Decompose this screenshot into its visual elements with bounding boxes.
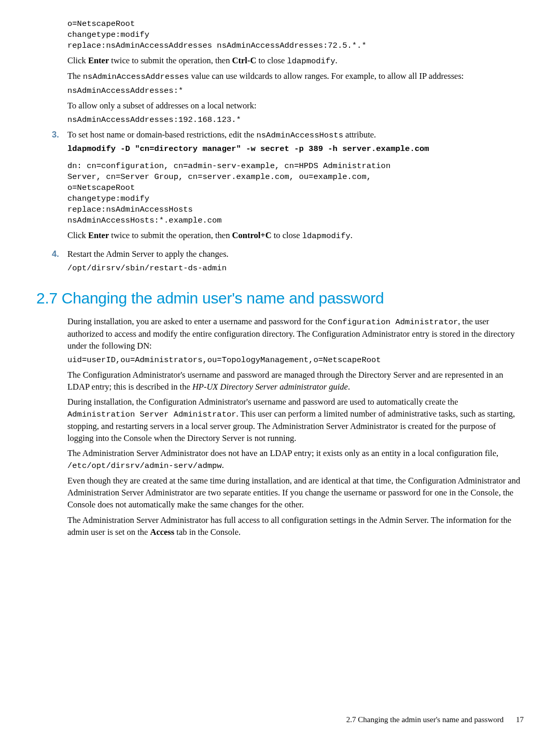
footer-page-number: 17: [516, 715, 524, 724]
body-para-4: The Administration Server Administrator …: [67, 447, 524, 472]
text-subset-note: To allow only a subset of addresses on a…: [67, 100, 524, 112]
footer-section-title: 2.7 Changing the admin user's name and p…: [346, 715, 503, 724]
body-para-3: During installation, the Configuration A…: [67, 396, 524, 444]
body-para-1: During installation, you are asked to en…: [67, 315, 524, 352]
step-4: 4. Restart the Admin Server to apply the…: [52, 248, 524, 277]
step-4-number: 4.: [52, 248, 67, 277]
text-click-enter-control-c: Click Enter twice to submit the operatio…: [67, 229, 524, 242]
code-block-netscape: o=NetscapeRoot changetype:modify replace…: [67, 19, 524, 51]
text-wildcards-note: The nsAdminAccessAddresses value can use…: [67, 70, 524, 82]
code-wildcard-subset: nsAdminAccessAddresses:192.168.123.*: [67, 115, 524, 126]
step-4-text: Restart the Admin Server to apply the ch…: [67, 248, 524, 260]
step-3-number: 3.: [52, 129, 67, 245]
code-uid-dn: uid=userID,ou=Administrators,ou=Topology…: [67, 355, 524, 366]
code-ldapmodify-cmd: ldapmodify -D "cn=directory manager" -w …: [67, 144, 524, 155]
step-3-text: To set host name or domain-based restric…: [67, 129, 524, 141]
section-heading-2-7: 2.7 Changing the admin user's name and p…: [36, 287, 524, 309]
code-wildcard-all: nsAdminAccessAddresses:*: [67, 86, 524, 96]
step-3: 3. To set host name or domain-based rest…: [52, 129, 524, 245]
code-restart-admin: /opt/dirsrv/sbin/restart-ds-admin: [67, 263, 524, 274]
body-para-2: The Configuration Administrator's userna…: [67, 369, 524, 393]
code-ldapmodify-body: dn: cn=configuration, cn=admin-serv-exam…: [67, 161, 524, 226]
body-para-5: Even though they are created at the same…: [67, 475, 524, 510]
body-para-6: The Administration Server Administrator …: [67, 514, 524, 538]
page-footer: 2.7 Changing the admin user's name and p…: [346, 714, 524, 725]
text-click-enter-ctrl-c: Click Enter twice to submit the operatio…: [67, 54, 524, 67]
